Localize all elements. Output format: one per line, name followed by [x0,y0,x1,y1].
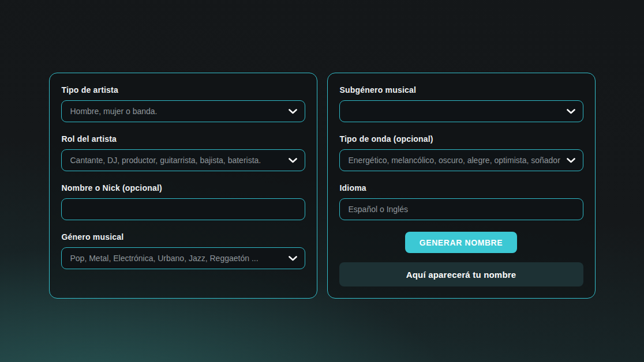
field-label-idioma: Idioma [340,183,583,193]
generate-button-row: GENERAR NOMBRE [339,232,583,253]
chevron-down-icon [567,158,575,163]
field-label-genero-musical: Género musical [62,232,305,242]
select-rol-del-artista[interactable]: Cantante, DJ, productor, guitarrista, ba… [61,149,305,171]
chevron-down-icon [289,158,297,163]
select-tipo-de-onda[interactable]: Energético, melancólico, oscuro, alegre,… [339,149,583,171]
select-placeholder-tipo-de-artista: Hombre, mujer o banda. [70,107,284,116]
generator-panel: Subgénero musical Tipo de onda (opcional… [327,73,596,299]
select-placeholder-genero-musical: Pop, Metal, Electrónica, Urbano, Jazz, R… [70,254,284,263]
artist-details-panel: Tipo de artista Hombre, mujer o banda. R… [49,73,317,299]
select-placeholder-tipo-de-onda: Energético, melancólico, oscuro, alegre,… [349,156,562,165]
field-label-nombre-nick: Nombre o Nick (opcional) [62,183,305,193]
result-placeholder-text: Aquí aparecerá tu nombre [406,270,516,280]
select-placeholder-rol-del-artista: Cantante, DJ, productor, guitarrista, ba… [70,156,284,165]
select-tipo-de-artista[interactable]: Hombre, mujer o banda. [61,100,305,122]
generate-name-button[interactable]: GENERAR NOMBRE [405,232,518,253]
chevron-down-icon [567,109,575,114]
form-panels-container: Tipo de artista Hombre, mujer o banda. R… [49,0,596,299]
field-label-tipo-de-onda: Tipo de onda (opcional) [340,134,583,144]
select-genero-musical[interactable]: Pop, Metal, Electrónica, Urbano, Jazz, R… [61,247,305,269]
field-label-tipo-de-artista: Tipo de artista [62,85,305,95]
nombre-nick-input[interactable] [61,198,305,220]
field-label-rol-del-artista: Rol del artista [62,134,305,144]
chevron-down-icon [289,109,297,114]
field-label-subgenero-musical: Subgénero musical [340,85,583,95]
result-display: Aquí aparecerá tu nombre [339,262,583,286]
select-subgenero-musical[interactable] [339,100,583,122]
chevron-down-icon [289,256,297,261]
idioma-input[interactable] [339,198,583,220]
app-background: Tipo de artista Hombre, mujer o banda. R… [0,0,644,362]
